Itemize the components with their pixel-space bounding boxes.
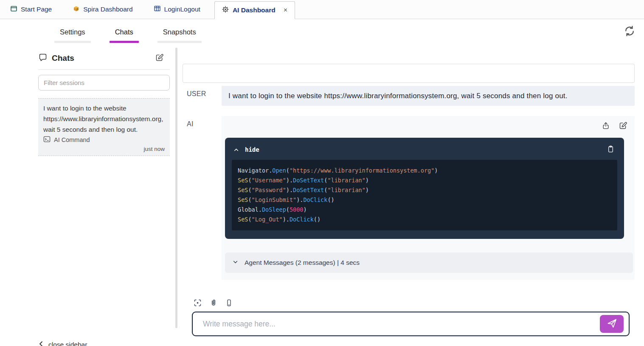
dashboard-nav: Settings Chats Snapshots — [0, 19, 644, 45]
send-button[interactable] — [600, 315, 624, 333]
tab-label: Start Page — [21, 6, 52, 13]
user-message-row: USER I want to login to the website http… — [183, 86, 635, 106]
code-collapse-label[interactable]: hide — [245, 146, 259, 153]
tab-chats[interactable]: Chats — [110, 19, 139, 45]
tab-settings-label: Settings — [60, 28, 85, 36]
chat-bubble-icon — [38, 53, 48, 64]
new-chat-icon[interactable] — [155, 53, 164, 64]
sidebar-title: Chats — [52, 54, 74, 63]
refresh-icon[interactable] — [624, 25, 636, 37]
message-input-wrap — [192, 312, 630, 336]
session-preview-text: I want to login to the website https://w… — [43, 103, 165, 135]
conversation-toolbar — [183, 64, 635, 83]
chats-sidebar: Chats I want to login to the website htt… — [38, 48, 170, 346]
tab-label: AI Dashboard — [233, 6, 276, 14]
code-block: Navigator.Open("https://www.libraryinfor… — [232, 160, 617, 230]
copy-code-icon[interactable] — [607, 145, 615, 155]
app-window: Start Page Spira Dashboard LoginLogout A… — [0, 0, 644, 346]
sidebar-resize-handle[interactable] — [175, 48, 177, 328]
agent-messages-label: Agent Messages (2 messages) | 4 secs — [245, 259, 360, 267]
code-card-header: hide — [232, 142, 617, 160]
ai-message-row: AI hide — [183, 116, 635, 280]
sidebar-header: Chats — [38, 48, 170, 70]
start-page-icon — [11, 6, 17, 13]
spira-cube-icon — [73, 6, 79, 14]
session-timestamp: just now — [43, 146, 165, 152]
browser-tab-bar: Start Page Spira Dashboard LoginLogout A… — [0, 0, 644, 19]
tab-start-page[interactable]: Start Page — [3, 0, 59, 19]
tab-label: Spira Dashboard — [83, 6, 132, 13]
filter-sessions-input[interactable] — [38, 75, 170, 91]
screenshot-capture-icon[interactable] — [193, 298, 202, 307]
tab-ai-dashboard[interactable]: AI Dashboard × — [214, 1, 295, 19]
tab-label: LoginLogout — [164, 6, 200, 13]
ai-gear-icon — [222, 6, 229, 14]
chevron-left-icon — [38, 340, 44, 346]
session-type-row: AI Command — [43, 136, 165, 144]
conversation-panel: USER I want to login to the website http… — [183, 48, 635, 336]
message-input[interactable] — [192, 312, 630, 336]
ai-message-tools — [222, 118, 635, 132]
table-icon — [154, 6, 160, 13]
close-sidebar-label: close sidebar — [48, 341, 87, 346]
user-message: I want to login to the website https://w… — [222, 86, 635, 106]
agent-messages-toggle[interactable]: Agent Messages (2 messages) | 4 secs — [225, 252, 633, 273]
share-icon[interactable] — [602, 121, 610, 132]
message-composer — [183, 298, 635, 336]
tab-loginlogout[interactable]: LoginLogout — [147, 0, 208, 19]
ai-message: hide Navigator.Open("https://www.library… — [222, 116, 635, 280]
ai-role-label: AI — [183, 116, 222, 280]
user-role-label: USER — [183, 86, 222, 106]
collapse-code-button[interactable] — [233, 146, 240, 153]
send-plane-icon — [606, 318, 618, 330]
code-card: hide Navigator.Open("https://www.library… — [225, 138, 624, 239]
attachment-icon[interactable] — [209, 298, 218, 307]
chat-session-item[interactable]: I want to login to the website https://w… — [38, 98, 170, 156]
terminal-icon — [43, 136, 51, 144]
tab-snapshots[interactable]: Snapshots — [157, 19, 202, 45]
close-sidebar-button[interactable]: close sidebar — [38, 340, 87, 346]
chevron-down-icon — [232, 258, 239, 267]
close-tab-icon[interactable]: × — [284, 7, 287, 14]
edit-message-icon[interactable] — [619, 121, 627, 132]
session-type-label: AI Command — [54, 136, 90, 143]
mobile-device-icon[interactable] — [225, 298, 233, 307]
tab-spira-dashboard[interactable]: Spira Dashboard — [66, 0, 140, 19]
tab-settings[interactable]: Settings — [54, 19, 91, 45]
composer-toolbar — [183, 298, 635, 307]
tab-snapshots-label: Snapshots — [163, 28, 196, 36]
tab-chats-label: Chats — [115, 28, 133, 36]
